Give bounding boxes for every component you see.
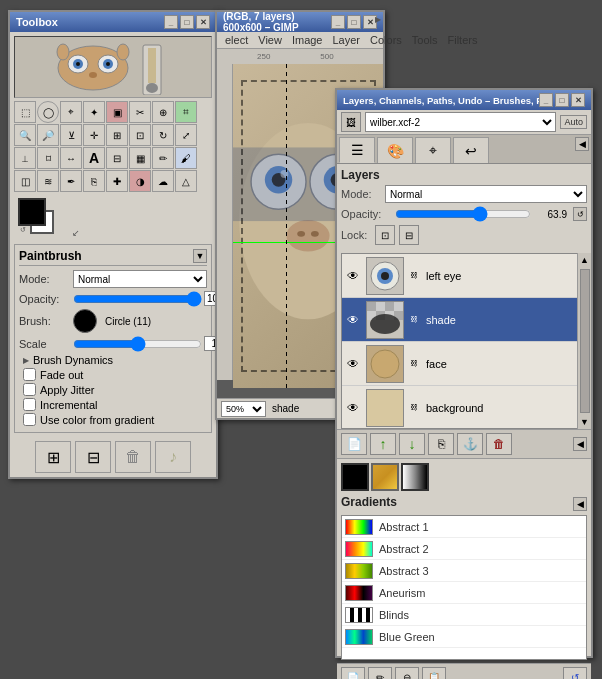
tab-paths[interactable]: ⌖ — [415, 137, 451, 163]
tool-color-picker[interactable]: 🔍 — [14, 124, 36, 146]
layers-opacity-slider[interactable] — [395, 206, 531, 222]
tool-crop[interactable]: ⊡ — [129, 124, 151, 146]
use-color-gradient-checkbox[interactable] — [23, 413, 36, 426]
canvas-minimize-button[interactable]: _ — [331, 15, 345, 29]
tool-scale[interactable]: ⤢ — [175, 124, 197, 146]
maximize-button[interactable]: □ — [180, 15, 194, 29]
layer-row-face[interactable]: 👁 ⛓ face — [342, 342, 586, 386]
tool-scissors[interactable]: ✂ — [129, 101, 151, 123]
layer-move-down-button[interactable]: ↓ — [399, 433, 425, 455]
layer-eye-face[interactable]: 👁 — [344, 355, 362, 373]
tool-dodge-burn[interactable]: ◑ — [129, 170, 151, 192]
tool-shear[interactable]: ⟂ — [14, 147, 36, 169]
tool-rotate[interactable]: ↻ — [152, 124, 174, 146]
toolbox-bottom-btn-2[interactable]: ⊟ — [75, 441, 111, 473]
gradient-item-abstract1[interactable]: Abstract 1 — [342, 516, 586, 538]
tool-ink[interactable]: ✒ — [60, 170, 82, 192]
mode-select[interactable]: Normal — [73, 270, 207, 288]
layer-eye-background[interactable]: 👁 — [344, 399, 362, 417]
tool-flip[interactable]: ↔ — [60, 147, 82, 169]
layer-move-up-button[interactable]: ↑ — [370, 433, 396, 455]
opacity-slider[interactable] — [73, 292, 202, 306]
menu-select[interactable]: elect — [221, 33, 252, 47]
tool-heal[interactable]: ✚ — [106, 170, 128, 192]
layer-row-left-eye[interactable]: 👁 ⛓ left eye — [342, 254, 586, 298]
tool-text[interactable]: A — [83, 147, 105, 169]
layer-panel-expand-btn[interactable]: ◀ — [573, 437, 587, 451]
gradients-collapse-button[interactable]: ◀ — [573, 497, 587, 511]
minimize-button[interactable]: _ — [164, 15, 178, 29]
gradient-swatch[interactable] — [371, 463, 399, 491]
tool-pencil[interactable]: ✏ — [152, 147, 174, 169]
gradient-item-abstract3[interactable]: Abstract 3 — [342, 560, 586, 582]
tool-rect-select[interactable]: ⬚ — [14, 101, 36, 123]
layers-mode-select[interactable]: Normal — [385, 185, 587, 203]
tab-undo[interactable]: ↩ — [453, 137, 489, 163]
tool-sharpen[interactable]: △ — [175, 170, 197, 192]
tool-eraser[interactable]: ◫ — [14, 170, 36, 192]
toolbox-bottom-btn-4[interactable]: ♪ — [155, 441, 191, 473]
gradient-new-button[interactable]: 📄 — [341, 667, 365, 679]
tool-smudge[interactable]: ☁ — [152, 170, 174, 192]
tool-color-select[interactable]: ▣ — [106, 101, 128, 123]
tool-ellipse-select[interactable]: ◯ — [37, 101, 59, 123]
options-collapse-button[interactable]: ▼ — [193, 249, 207, 263]
lock-alpha-button[interactable]: ⊟ — [399, 225, 419, 245]
layer-new-button[interactable]: 📄 — [341, 433, 367, 455]
scale-slider[interactable] — [73, 337, 202, 351]
gradient-item-blinds[interactable]: Blinds — [342, 604, 586, 626]
gradient-item-abstract2[interactable]: Abstract 2 — [342, 538, 586, 560]
tool-paintbrush[interactable]: 🖌 — [175, 147, 197, 169]
tool-move[interactable]: ✛ — [83, 124, 105, 146]
toolbox-bottom-btn-3[interactable]: 🗑 — [115, 441, 151, 473]
fg-swatch[interactable] — [341, 463, 369, 491]
zoom-select[interactable]: 50% — [221, 401, 266, 417]
layer-eye-left-eye[interactable]: 👁 — [344, 267, 362, 285]
opacity-reset-button[interactable]: ↺ — [573, 207, 587, 221]
gradient-item-aneurism[interactable]: Aneurism — [342, 582, 586, 604]
fade-out-checkbox[interactable] — [23, 368, 36, 381]
tool-align[interactable]: ⊞ — [106, 124, 128, 146]
tool-fuzzy-select[interactable]: ✦ — [83, 101, 105, 123]
gradient-delete-button[interactable]: ⊖ — [395, 667, 419, 679]
gradient-edit-button[interactable]: ✏ — [368, 667, 392, 679]
layers-maximize-button[interactable]: □ — [555, 93, 569, 107]
incremental-checkbox[interactable] — [23, 398, 36, 411]
layer-row-shade[interactable]: 👁 — [342, 298, 586, 342]
pattern-swatch[interactable] — [401, 463, 429, 491]
tool-paths[interactable]: ⌗ — [175, 101, 197, 123]
gradient-copy-button[interactable]: 📋 — [422, 667, 446, 679]
menu-layer[interactable]: Layer — [328, 33, 364, 47]
tool-measure[interactable]: ⊻ — [60, 124, 82, 146]
canvas-maximize-button[interactable]: □ — [347, 15, 361, 29]
brush-preview-circle[interactable] — [73, 309, 97, 333]
auto-button[interactable]: Auto — [560, 115, 587, 129]
tool-clone[interactable]: ⎘ — [83, 170, 105, 192]
layer-delete-button[interactable]: 🗑 — [486, 433, 512, 455]
apply-jitter-checkbox[interactable] — [23, 383, 36, 396]
layer-scrollbar-up[interactable]: ▲ — [578, 253, 591, 267]
gradient-item-bluegreen[interactable]: Blue Green — [342, 626, 586, 648]
close-button[interactable]: ✕ — [196, 15, 210, 29]
layer-row-background[interactable]: 👁 ⛓ background — [342, 386, 586, 429]
tool-free-select[interactable]: ⌖ — [60, 101, 82, 123]
toolbox-bottom-btn-1[interactable]: ⊞ — [35, 441, 71, 473]
tool-perspective[interactable]: ⌑ — [37, 147, 59, 169]
tab-layers[interactable]: ☰ — [339, 137, 375, 163]
tool-airbrush[interactable]: ≋ — [37, 170, 59, 192]
layers-close-button[interactable]: ✕ — [571, 93, 585, 107]
menu-filters[interactable]: Filters — [444, 33, 482, 47]
menu-tools[interactable]: Tools — [408, 33, 442, 47]
panel-collapse-button[interactable]: ◀ — [575, 137, 589, 151]
tool-fg-select[interactable]: ⊕ — [152, 101, 174, 123]
tool-blend[interactable]: ▦ — [129, 147, 151, 169]
tab-channels[interactable]: 🎨 — [377, 137, 413, 163]
foreground-color-swatch[interactable] — [18, 198, 46, 226]
layer-duplicate-button[interactable]: ⎘ — [428, 433, 454, 455]
layer-anchor-button[interactable]: ⚓ — [457, 433, 483, 455]
tool-bucket-fill[interactable]: ⊟ — [106, 147, 128, 169]
layers-minimize-button[interactable]: _ — [539, 93, 553, 107]
menu-view[interactable]: View — [254, 33, 286, 47]
file-selector[interactable]: wilber.xcf-2 — [365, 112, 556, 132]
gradient-refresh-button[interactable]: ↺ — [563, 667, 587, 679]
